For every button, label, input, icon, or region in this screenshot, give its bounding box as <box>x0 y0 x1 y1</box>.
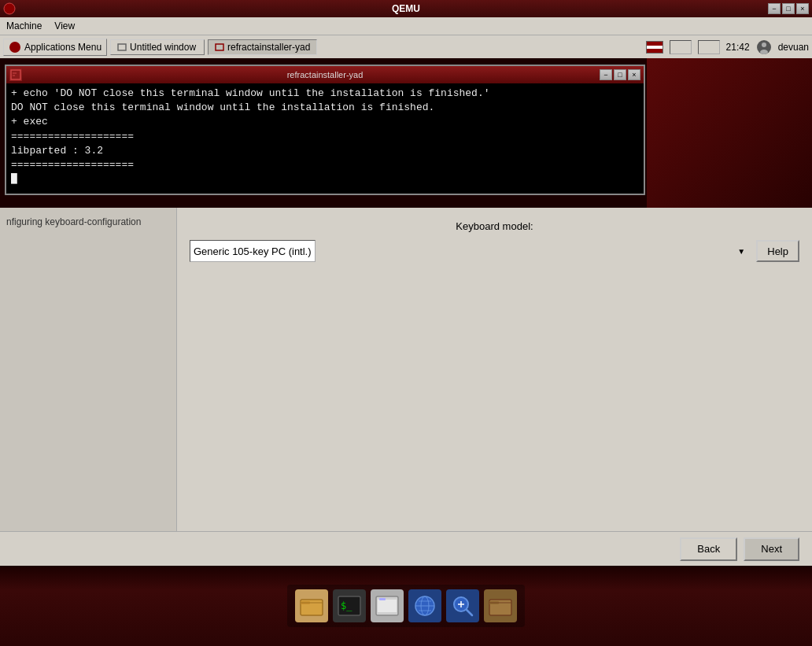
taskbar-window2-label: refractainstaller-yad <box>227 42 310 53</box>
terminal-close-btn[interactable]: × <box>628 69 640 80</box>
terminal-icon-svg <box>10 69 21 80</box>
qemu-menubar: Machine View <box>0 17 812 35</box>
dock-folder2-icon[interactable] <box>484 589 517 622</box>
svg-point-1 <box>9 42 20 53</box>
kbd-select-row: Generic 105-key PC (intl.) Help <box>190 240 799 262</box>
kbd-next-button[interactable]: Next <box>744 537 799 561</box>
dock: $_ <box>287 585 525 627</box>
taskbar-box1 <box>670 40 692 54</box>
kbd-select-wrapper: Generic 105-key PC (intl.) <box>190 240 750 262</box>
apps-menu-label: Applications Menu <box>24 42 102 53</box>
dock-search-icon[interactable] <box>446 589 479 622</box>
qemu-icon <box>3 2 16 15</box>
dock-folder-icon[interactable] <box>295 589 328 622</box>
taskbar-right-area: 21:42 devuan <box>646 39 809 55</box>
qemu-taskbar: Applications Menu Untitled window refrac… <box>0 35 812 58</box>
qemu-close-btn[interactable]: × <box>796 3 809 14</box>
taskbar-window2[interactable]: refractainstaller-yad <box>208 39 317 55</box>
window1-icon <box>117 42 127 52</box>
svg-rect-2 <box>118 44 126 50</box>
taskbar-time: 21:42 <box>726 42 750 53</box>
svg-rect-3 <box>216 44 223 50</box>
svg-point-5 <box>762 42 766 47</box>
svg-point-6 <box>760 50 768 54</box>
keyboard-config-window: nfiguring keyboard-configuration Keyboar… <box>0 208 812 566</box>
kbd-bottom-bar: Back Next <box>0 531 812 566</box>
desktop-taskbar: $_ <box>0 566 812 646</box>
window2-icon <box>215 42 224 52</box>
qemu-titlebar: QEMU − □ × <box>0 0 812 17</box>
taskbar-username: devuan <box>778 42 809 53</box>
keyboard-model-select[interactable]: Generic 105-key PC (intl.) <box>190 240 316 262</box>
taskbar-flag <box>646 41 663 54</box>
terminal-body: + echo 'DO NOT close this terminal windo… <box>6 83 644 194</box>
terminal-title-text: refractainstaller-yad <box>287 70 364 79</box>
taskbar-window1[interactable]: Untitled window <box>110 39 205 55</box>
svg-text:$_: $_ <box>341 600 352 611</box>
dock-filemanager-icon[interactable] <box>371 589 404 622</box>
terminal-window: refractainstaller-yad − □ × + echo 'DO N… <box>5 65 645 195</box>
apps-icon <box>9 41 21 54</box>
qemu-minimize-btn[interactable]: − <box>768 3 781 14</box>
svg-rect-16 <box>379 598 386 600</box>
terminal-titlebar: refractainstaller-yad − □ × <box>6 66 644 83</box>
qemu-window-controls: − □ × <box>768 3 809 14</box>
user-avatar-icon <box>756 39 772 55</box>
kbd-sidebar-label: nfiguring keyboard-configuration <box>6 216 141 227</box>
kbd-model-label: Keyboard model: <box>190 220 799 232</box>
qemu-title: QEMU <box>392 3 420 14</box>
svg-point-0 <box>4 3 15 14</box>
svg-rect-15 <box>378 600 397 612</box>
terminal-window-controls: − □ × <box>600 69 640 80</box>
menu-view[interactable]: View <box>51 19 78 33</box>
kbd-sidebar: nfiguring keyboard-configuration <box>0 208 177 566</box>
taskbar-window1-label: Untitled window <box>130 42 196 53</box>
applications-menu-btn[interactable]: Applications Menu <box>3 39 107 56</box>
svg-rect-7 <box>11 70 20 79</box>
kbd-back-button[interactable]: Back <box>680 537 737 561</box>
dock-terminal-icon[interactable]: $_ <box>333 589 366 622</box>
taskbar-box2 <box>698 40 720 54</box>
svg-line-23 <box>467 610 472 615</box>
terminal-app-icon <box>9 68 22 81</box>
dock-browser-icon[interactable] <box>408 589 441 622</box>
terminal-restore-btn[interactable]: □ <box>614 69 626 80</box>
terminal-minimize-btn[interactable]: − <box>600 69 612 80</box>
qemu-restore-btn[interactable]: □ <box>782 3 795 14</box>
kbd-main-area: Keyboard model: Generic 105-key PC (intl… <box>177 208 812 566</box>
menu-machine[interactable]: Machine <box>3 19 45 33</box>
kbd-help-button[interactable]: Help <box>756 240 799 262</box>
